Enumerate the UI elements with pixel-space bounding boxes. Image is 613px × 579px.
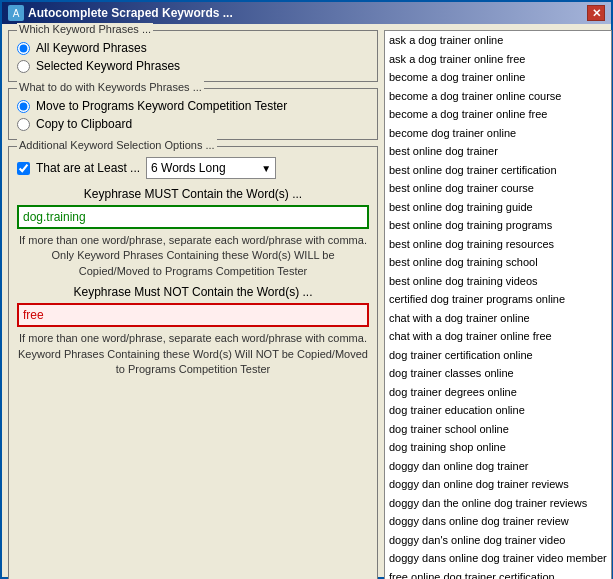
- must-not-helper: If more than one word/phrase, separate e…: [17, 331, 369, 377]
- list-item[interactable]: dog trainer school online: [385, 420, 611, 439]
- list-item[interactable]: best online dog training videos: [385, 272, 611, 291]
- selected-keyword-phrases-option[interactable]: Selected Keyword Phrases: [17, 59, 369, 73]
- right-panel: ask a dog trainer onlineask a dog traine…: [384, 30, 612, 579]
- copy-to-clipboard-label: Copy to Clipboard: [36, 117, 132, 131]
- list-item[interactable]: free online dog trainer certification: [385, 568, 611, 580]
- must-contain-helper: If more than one word/phrase, separate e…: [17, 233, 369, 279]
- keyword-phrases-group: Which Keyword Phrases ... All Keyword Ph…: [8, 30, 378, 82]
- list-item[interactable]: become a dog trainer online: [385, 68, 611, 87]
- content-area: Which Keyword Phrases ... All Keyword Ph…: [2, 24, 611, 579]
- at-least-label: That are at Least ...: [36, 161, 140, 175]
- list-item[interactable]: doggy dan's online dog trainer video: [385, 531, 611, 550]
- must-contain-section: Keyphrase MUST Contain the Word(s) ... I…: [17, 187, 369, 279]
- move-to-tester-option[interactable]: Move to Programs Keyword Competition Tes…: [17, 99, 369, 113]
- keyword-phrases-options: All Keyword Phrases Selected Keyword Phr…: [17, 41, 369, 73]
- list-item[interactable]: dog trainer education online: [385, 401, 611, 420]
- list-item[interactable]: doggy dans online dog trainer video memb…: [385, 549, 611, 568]
- words-row: That are at Least ... 6 Words Long ▼: [17, 157, 369, 179]
- list-item[interactable]: dog trainer classes online: [385, 364, 611, 383]
- additional-options-group: Additional Keyword Selection Options ...…: [8, 146, 378, 579]
- must-contain-input[interactable]: [17, 205, 369, 229]
- must-not-input[interactable]: [17, 303, 369, 327]
- at-least-checkbox[interactable]: [17, 162, 30, 175]
- close-button[interactable]: ✕: [587, 5, 605, 21]
- dropdown-arrow-icon: ▼: [261, 163, 271, 174]
- list-item[interactable]: best online dog trainer: [385, 142, 611, 161]
- what-to-do-options: Move to Programs Keyword Competition Tes…: [17, 99, 369, 131]
- all-keyword-phrases-label: All Keyword Phrases: [36, 41, 147, 55]
- window-icon: A: [8, 5, 24, 21]
- list-item[interactable]: become a dog trainer online free: [385, 105, 611, 124]
- all-keyword-phrases-radio[interactable]: [17, 42, 30, 55]
- all-keyword-phrases-option[interactable]: All Keyword Phrases: [17, 41, 369, 55]
- selected-keyword-phrases-radio[interactable]: [17, 60, 30, 73]
- main-window: A Autocomplete Scraped Keywords ... ✕ Wh…: [0, 0, 613, 579]
- must-not-contain-section: Keyphrase Must NOT Contain the Word(s) .…: [17, 285, 369, 377]
- list-item[interactable]: best online dog training guide: [385, 198, 611, 217]
- list-item[interactable]: chat with a dog trainer online: [385, 309, 611, 328]
- list-item[interactable]: best online dog trainer course: [385, 179, 611, 198]
- move-to-tester-radio[interactable]: [17, 100, 30, 113]
- list-item[interactable]: chat with a dog trainer online free: [385, 327, 611, 346]
- copy-to-clipboard-option[interactable]: Copy to Clipboard: [17, 117, 369, 131]
- left-panel: Which Keyword Phrases ... All Keyword Ph…: [8, 30, 378, 579]
- list-item[interactable]: doggy dan the online dog trainer reviews: [385, 494, 611, 513]
- words-long-value: 6 Words Long: [151, 161, 226, 175]
- move-to-tester-label: Move to Programs Keyword Competition Tes…: [36, 99, 287, 113]
- list-item[interactable]: certified dog trainer programs online: [385, 290, 611, 309]
- list-item[interactable]: best online dog training resources: [385, 235, 611, 254]
- list-item[interactable]: dog trainer degrees online: [385, 383, 611, 402]
- must-not-label: Keyphrase Must NOT Contain the Word(s) .…: [17, 285, 369, 299]
- copy-to-clipboard-radio[interactable]: [17, 118, 30, 131]
- list-item[interactable]: dog training shop online: [385, 438, 611, 457]
- list-item[interactable]: ask a dog trainer online: [385, 31, 611, 50]
- keyword-phrases-title: Which Keyword Phrases ...: [17, 23, 153, 35]
- window-title: Autocomplete Scraped Keywords ...: [28, 6, 233, 20]
- at-least-checkbox-label[interactable]: That are at Least ...: [17, 161, 140, 175]
- keyword-list[interactable]: ask a dog trainer onlineask a dog traine…: [384, 30, 612, 579]
- list-item[interactable]: become a dog trainer online course: [385, 87, 611, 106]
- list-item[interactable]: best online dog trainer certification: [385, 161, 611, 180]
- list-item[interactable]: doggy dan online dog trainer reviews: [385, 475, 611, 494]
- list-item[interactable]: best online dog training programs: [385, 216, 611, 235]
- list-item[interactable]: doggy dans online dog trainer review: [385, 512, 611, 531]
- must-contain-label: Keyphrase MUST Contain the Word(s) ...: [17, 187, 369, 201]
- what-to-do-group: What to do with Keywords Phrases ... Mov…: [8, 88, 378, 140]
- list-item[interactable]: doggy dan online dog trainer: [385, 457, 611, 476]
- list-item[interactable]: ask a dog trainer online free: [385, 50, 611, 69]
- list-item[interactable]: become dog trainer online: [385, 124, 611, 143]
- words-long-dropdown[interactable]: 6 Words Long ▼: [146, 157, 276, 179]
- list-item[interactable]: best online dog training school: [385, 253, 611, 272]
- what-to-do-title: What to do with Keywords Phrases ...: [17, 81, 204, 93]
- additional-options-title: Additional Keyword Selection Options ...: [17, 139, 217, 151]
- titlebar: A Autocomplete Scraped Keywords ... ✕: [2, 2, 611, 24]
- list-item[interactable]: dog trainer certification online: [385, 346, 611, 365]
- selected-keyword-phrases-label: Selected Keyword Phrases: [36, 59, 180, 73]
